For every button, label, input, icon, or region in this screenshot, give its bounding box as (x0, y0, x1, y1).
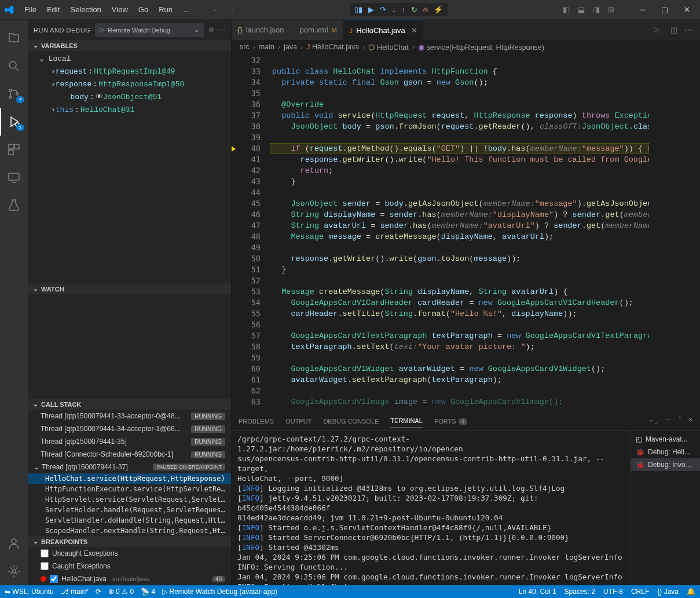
panel-up-icon[interactable]: ˆ (679, 416, 681, 425)
breadcrumb[interactable]: src›main›java›J HelloChat.java›⬡ HelloCh… (232, 40, 700, 54)
breadcrumb-part[interactable]: ⬡ HelloChat (368, 43, 408, 52)
var-response[interactable]: › response: HttpResponseImpl@50 (28, 78, 231, 90)
split-icon[interactable]: ◫ (670, 25, 677, 34)
var-request[interactable]: › request: HttpRequestImpl@49 (28, 65, 231, 78)
nav-back-icon[interactable]: ← (212, 5, 220, 14)
terminal-item[interactable]: ◰Maven-avat... (631, 433, 700, 446)
panel-tab-output[interactable]: OUTPUT (285, 414, 311, 428)
menu-run[interactable]: Run (154, 2, 177, 17)
menu-view[interactable]: View (107, 2, 133, 17)
tab-pom.xml[interactable]: pom.xmlM (290, 20, 343, 40)
minimize-button[interactable]: ─ (634, 1, 651, 19)
watch-section[interactable]: ⌄ WATCH (28, 283, 231, 294)
menu-selection[interactable]: Selection (65, 2, 105, 17)
explorer-icon[interactable] (0, 24, 28, 52)
terminal-item[interactable]: 🐞Debug: Invo... (631, 458, 700, 471)
more-icon[interactable]: ⋯ (219, 26, 225, 34)
run-current-icon[interactable]: ▷⌄ (654, 25, 664, 35)
breadcrumb-part[interactable]: src (240, 43, 250, 51)
gear-config-icon[interactable]: ⚙ (208, 26, 214, 34)
ports-status[interactable]: 📡 4 (141, 588, 155, 596)
extensions-icon[interactable] (0, 136, 28, 163)
disconnect-icon[interactable]: ⎋ (423, 5, 428, 14)
variables-section[interactable]: ⌄ VARIABLES (28, 40, 231, 51)
stack-frame[interactable]: ScopedHandler.nextHandle(String,Request,… (28, 526, 231, 536)
language-status[interactable]: {} Java (657, 588, 679, 596)
thread-paused[interactable]: ⌄Thread [qtp1500079441-37]PAUSED ON BREA… (28, 461, 231, 473)
stack-frame[interactable]: HttpFunctionExecutor.service(HttpServlet… (28, 484, 231, 494)
thread[interactable]: Thread [qtp1500079441-33-acceptor-0@48..… (28, 410, 231, 422)
more-editor-icon[interactable]: ⋯ (684, 25, 692, 34)
close-window-button[interactable]: ✕ (678, 1, 695, 19)
play-icon[interactable]: ▷ (100, 26, 104, 34)
panel-close-icon[interactable]: ✕ (688, 416, 693, 425)
new-terminal-icon[interactable]: ＋⌄ (648, 416, 658, 425)
menu-edit[interactable]: Edit (42, 2, 64, 17)
cursor-pos[interactable]: Ln 40, Col 1 (519, 588, 556, 596)
step-over-icon[interactable]: ↷ (380, 5, 386, 14)
panel-tab-debug console[interactable]: DEBUG CONSOLE (323, 414, 379, 428)
encoding-status[interactable]: UTF-8 (603, 588, 623, 596)
panel-tab-problems[interactable]: PROBLEMS (239, 414, 274, 428)
menu-…[interactable]: … (178, 2, 195, 17)
stack-frame[interactable]: ServletHandler.doHandle(String,Request,H… (28, 515, 231, 526)
thread[interactable]: Thread [Connector-Scheduler-6920b0bc-1]R… (28, 448, 231, 461)
hotswap-icon[interactable]: ⚡ (434, 5, 443, 14)
variables-scope-local[interactable]: ⌄ Local (28, 52, 231, 65)
minimap[interactable] (649, 54, 700, 411)
continue-icon[interactable]: ▶ (368, 5, 374, 14)
breadcrumb-part[interactable]: main (259, 43, 274, 51)
git-branch[interactable]: ⎇ main* (61, 588, 89, 596)
restart-icon[interactable]: ↻ (411, 5, 417, 14)
breadcrumb-part[interactable]: J HelloChat.java (306, 43, 359, 51)
eol-status[interactable]: CRLF (631, 588, 649, 596)
var-this[interactable]: › this: HelloChat@31 (28, 103, 231, 116)
layout-icon[interactable]: ◧ (563, 5, 570, 14)
remote-icon[interactable] (0, 163, 28, 191)
bell-icon[interactable]: 🔔 (687, 588, 695, 596)
debug-status[interactable]: ▷ Remote Watch Debug (avatar-app) (162, 588, 277, 596)
code-editor[interactable]: 3233343536373839404142434445464748495051… (232, 54, 700, 411)
bp-caught[interactable]: Caught Exceptions (28, 560, 231, 573)
panel-tab-terminal[interactable]: TERMINAL (390, 414, 423, 428)
close-icon[interactable]: ✕ (411, 26, 417, 35)
var-body[interactable]: body: 👁 JsonObject@51 (28, 90, 231, 103)
problems-status[interactable]: ⊗ 0 ⚠ 0 (108, 588, 134, 596)
callstack-section[interactable]: ⌄ CALL STACK (28, 399, 231, 410)
stack-frame[interactable]: HttpServlet.service(ServletRequest,Servl… (28, 494, 231, 505)
account-icon[interactable] (0, 530, 28, 557)
panel-more-icon[interactable]: ⋯ (665, 416, 672, 425)
menu-file[interactable]: File (20, 2, 41, 17)
tab-launch.json[interactable]: {}launch.json (232, 20, 290, 40)
debug-config-selector[interactable]: ▷ Remote Watch Debug ⌄ (95, 23, 204, 37)
breadcrumb-part[interactable]: java (284, 43, 297, 51)
layout-side-icon[interactable]: ◨ (593, 5, 600, 14)
debug-icon[interactable]: 1 (0, 108, 28, 136)
tab-HelloChat.java[interactable]: JHelloChat.java✕ (343, 20, 424, 40)
scm-icon[interactable]: 7 (0, 80, 28, 108)
wsl-indicator[interactable]: ⇋ WSL: Ubuntu (5, 588, 54, 596)
stack-frame[interactable]: ServletHolder.handle(Request,ServletRequ… (28, 505, 231, 515)
search-icon[interactable] (0, 52, 28, 80)
terminal-output[interactable]: /grpc/grpc-context/1.27.2/grpc-context-1… (232, 431, 631, 585)
indent-status[interactable]: Spaces: 2 (565, 588, 595, 596)
panel-tab-ports[interactable]: PORTS4 (434, 414, 467, 428)
step-into-icon[interactable]: ↓ (392, 5, 396, 14)
maximize-button[interactable]: ▢ (656, 1, 673, 19)
pause-icon[interactable]: ▯▮ (354, 5, 362, 14)
layout-panel-icon[interactable]: ⬓ (578, 5, 585, 14)
terminal-item[interactable]: 🐞Debug: Hell... (631, 446, 700, 458)
thread[interactable]: Thread [qtp1500079441-35]RUNNING (28, 435, 231, 448)
nav-fwd-icon[interactable]: → (227, 5, 234, 14)
test-icon[interactable] (0, 191, 28, 219)
stack-frame[interactable]: HelloChat.service(HttpRequest,HttpRespon… (28, 473, 231, 484)
gear-icon[interactable] (0, 557, 28, 585)
bp-file[interactable]: HelloChat.java src/main/java 40 (28, 573, 231, 585)
menu-go[interactable]: Go (134, 2, 153, 17)
thread[interactable]: Thread [qtp1500079441-34-acceptor-1@66..… (28, 422, 231, 435)
sync-icon[interactable]: ⟳ (96, 588, 101, 596)
step-out-icon[interactable]: ↑ (402, 5, 406, 14)
breadcrumb-part[interactable]: ◉ service(HttpRequest, HttpResponse) (418, 43, 544, 52)
customize-layout-icon[interactable]: ⊞ (608, 5, 614, 14)
breakpoints-section[interactable]: ⌄ BREAKPOINTS (28, 536, 231, 547)
